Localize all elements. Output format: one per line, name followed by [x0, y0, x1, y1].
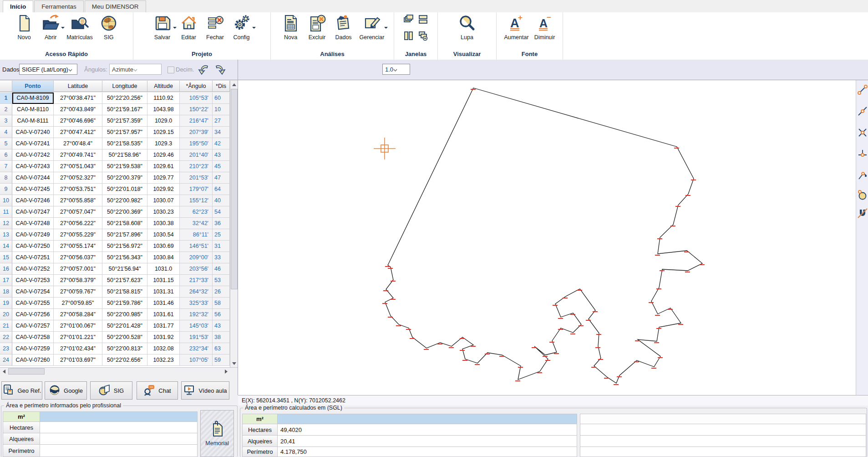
grid-cell[interactable]: 1029.0 [147, 115, 180, 127]
grid-cell[interactable]: 50°21'59.786" [102, 298, 147, 309]
abrir-button[interactable]: Abrir [40, 14, 61, 41]
grid-cell[interactable]: 50°22'00.379" [102, 172, 147, 184]
grid-cell[interactable]: 1031.46 [147, 298, 180, 309]
grid-cell[interactable]: 201°40' [180, 149, 213, 161]
grid-cell[interactable]: 27°00'59.85" [54, 298, 102, 309]
cascade-windows-icon[interactable] [403, 14, 414, 27]
grid-cell[interactable]: CA0-V-07255 [12, 298, 54, 309]
grid-cell[interactable]: 50°21'57.359" [102, 115, 147, 127]
grid-row-number[interactable]: 5 [0, 138, 12, 149]
grid-cell[interactable]: 27°00'51.043" [54, 161, 102, 172]
grid-cell[interactable]: 59 [213, 354, 230, 366]
grid-cell[interactable]: 203°56' [180, 263, 213, 275]
grid-header-longitude[interactable]: Longitude [102, 81, 147, 92]
grid-cell[interactable]: 38 [213, 332, 230, 343]
grid-cell[interactable]: 325°33' [180, 298, 213, 309]
grid-cell[interactable]: CA0-V-07249 [12, 229, 54, 241]
grid-cell[interactable]: 62°23' [180, 206, 213, 218]
grid-cell[interactable]: 107°05' [180, 354, 213, 366]
grid-row-number[interactable]: 21 [0, 320, 12, 332]
grid-cell[interactable]: 1029.15 [147, 127, 180, 138]
informed-perimetro-value[interactable] [40, 444, 198, 457]
grid-cell[interactable]: 105°53' [180, 92, 213, 104]
grid-row-number[interactable]: 15 [0, 252, 12, 263]
grid-cell[interactable]: 50°21'59.538" [102, 161, 147, 172]
dados-combobox[interactable]: SIGEF (Lat/Long) [19, 64, 77, 75]
grid-header-dis[interactable]: *Dis [213, 81, 230, 92]
salvar-dropdown-arrow[interactable] [173, 27, 177, 31]
aumentar-fonte-button[interactable]: A+ Aumentar [504, 14, 528, 41]
grid-cell[interactable]: 50°21'58.608" [102, 218, 147, 229]
scroll-down-icon[interactable] [230, 359, 238, 367]
grid-cell[interactable]: 191°53' [180, 332, 213, 343]
grid-cell[interactable]: 50°21'56.94" [102, 263, 147, 275]
grid-cell[interactable]: CA0-M-8110 [12, 104, 54, 115]
lupa-button[interactable]: Lupa [457, 14, 477, 41]
grid-cell[interactable]: 146°51' [180, 241, 213, 252]
grid-cell[interactable]: 27 [213, 115, 230, 127]
grid-cell[interactable]: CA0-V-07248 [12, 218, 54, 229]
grid-cell[interactable]: 27°00'43.849" [54, 104, 102, 115]
grid-cell[interactable]: 1032.08 [147, 343, 180, 354]
grid-cell[interactable]: 1030.84 [147, 252, 180, 263]
tab-inicio[interactable]: Início [3, 0, 33, 12]
grid-cell[interactable]: 27°00'49.741" [54, 149, 102, 161]
scale-combobox[interactable]: 1.0 [382, 64, 410, 75]
grid-cell[interactable]: 47 [213, 172, 230, 184]
geo-ref-button[interactable]: Geo Ref. [1, 381, 42, 400]
grid-cell[interactable]: 27°00'52.327" [54, 172, 102, 184]
grid-cell[interactable]: 56 [213, 309, 230, 320]
grid-cell[interactable]: 45 [213, 161, 230, 172]
informed-hectares-value[interactable] [40, 421, 198, 433]
grid-row-number[interactable]: 8 [0, 172, 12, 184]
tab-ferramentas[interactable]: Ferramentas [34, 0, 84, 12]
grid-cell[interactable]: 1030.54 [147, 229, 180, 241]
grid-cell[interactable]: 50°21'56.343" [102, 252, 147, 263]
draw-line-icon[interactable] [857, 84, 868, 95]
sig-footer-button[interactable]: SIG [90, 381, 132, 400]
grid-cell[interactable]: 201°53' [180, 172, 213, 184]
grid-cell[interactable]: 1029.77 [147, 172, 180, 184]
grid-row-number[interactable]: 2 [0, 104, 12, 115]
grid-cell[interactable]: 26 [213, 286, 230, 298]
grid-cell[interactable]: CA0-V-07257 [12, 320, 54, 332]
grid-cell[interactable]: 210°23' [180, 161, 213, 172]
grid-cell[interactable]: 1031.77 [147, 320, 180, 332]
grid-cell[interactable]: 27°00'48.4" [54, 138, 102, 149]
grid-cell[interactable]: 50°21'59.167" [102, 104, 147, 115]
grid-row-number[interactable]: 18 [0, 286, 12, 298]
grid-cell[interactable]: 145°03' [180, 320, 213, 332]
grid-cell[interactable]: 27°00'58.284" [54, 309, 102, 320]
grid-cell[interactable]: 50°21'56.972" [102, 241, 147, 252]
insert-node-icon[interactable] [857, 106, 868, 117]
grid-cell[interactable]: 217°33' [180, 275, 213, 286]
grid-cell[interactable]: 150°22' [180, 104, 213, 115]
grid-cell[interactable]: CA0-V-07242 [12, 149, 54, 161]
scroll-left-icon[interactable] [0, 368, 8, 375]
grid-cell[interactable]: 64 [213, 184, 230, 195]
grid-cell[interactable]: 27°00'59.767" [54, 286, 102, 298]
grid-cell[interactable]: CA0-V-07247 [12, 206, 54, 218]
tile-vertical-icon[interactable] [403, 31, 414, 43]
matriculas-button[interactable]: Matrículas [66, 14, 93, 41]
grid-cell[interactable]: 195°50' [180, 138, 213, 149]
scroll-right-icon[interactable] [222, 368, 230, 375]
informed-alqueires-value[interactable] [40, 433, 198, 445]
grid-cell[interactable]: 27°00'38.471" [54, 92, 102, 104]
diminuir-fonte-button[interactable]: A− Diminuir [534, 14, 555, 41]
grid-cell[interactable]: 216°47' [180, 115, 213, 127]
grid-cell[interactable]: 27°01'00.067" [54, 320, 102, 332]
grid-header-ponto[interactable]: Ponto [12, 81, 54, 92]
grid-cell[interactable]: 54 [213, 206, 230, 218]
grid-vscrollbar[interactable] [230, 81, 238, 367]
grid-cell[interactable]: 43 [213, 149, 230, 161]
grid-cell[interactable]: 1031.15 [147, 275, 180, 286]
grid-cell[interactable]: 50°22'01.428" [102, 320, 147, 332]
decim-checkbox[interactable] [168, 67, 174, 73]
tab-meu-dimensor[interactable]: Meu DIMENSOR [85, 0, 146, 12]
gerenciar-button[interactable]: Gerenciar [360, 14, 385, 41]
grid-cell[interactable]: 34 [213, 127, 230, 138]
grid-cell[interactable]: CA0-V-07259 [12, 343, 54, 354]
grid-row-number[interactable]: 17 [0, 275, 12, 286]
grid-cell[interactable]: CA0-V-07243 [12, 161, 54, 172]
